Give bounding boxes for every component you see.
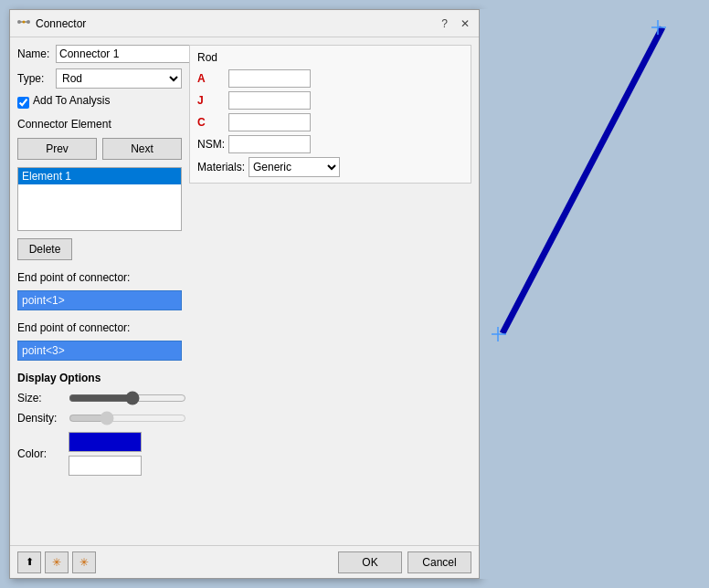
footer-right: OK Cancel [338, 551, 471, 573]
density-label: Density: [17, 412, 63, 425]
footer-icon3[interactable]: ✳ [72, 551, 96, 573]
rod-a-row: A [197, 69, 463, 88]
rod-j-label: J [197, 94, 225, 107]
rod-title: Rod [197, 51, 463, 64]
name-label: Name: [17, 47, 52, 60]
add-to-analysis-label: Add To Analysis [33, 94, 111, 107]
cancel-button[interactable]: Cancel [407, 551, 471, 573]
rod-c-input[interactable] [228, 113, 311, 131]
connector-element-label: Connector Element [17, 118, 182, 131]
rod-nsm-input[interactable] [228, 135, 311, 153]
rod-c-label: C [197, 116, 225, 129]
connector-line [503, 27, 662, 333]
color-swatch-blue[interactable] [69, 432, 142, 452]
rod-j-input[interactable] [228, 91, 311, 110]
materials-select[interactable]: Generic Steel Aluminum [249, 157, 340, 177]
rod-a-label: A [197, 72, 225, 85]
color-label: Color: [17, 447, 63, 460]
density-slider[interactable] [69, 412, 186, 425]
materials-row: Materials: Generic Steel Aluminum [197, 157, 463, 177]
canvas-svg [480, 9, 700, 579]
materials-label: Materials: [197, 161, 245, 173]
size-label: Size: [17, 392, 63, 404]
footer-left: ⬆ ✳ ✳ [17, 551, 96, 573]
rod-nsm-row: NSM: [197, 135, 463, 153]
type-row: Type: Rod Beam Spring [17, 68, 182, 89]
footer-icon1[interactable]: ⬆ [17, 551, 41, 573]
close-button[interactable]: ✕ [459, 17, 471, 30]
dialog-footer: ⬆ ✳ ✳ OK Cancel [10, 545, 479, 578]
left-panel: Name: Type: Rod Beam Spring Add To Analy… [17, 45, 182, 538]
name-input[interactable] [56, 45, 200, 63]
dialog-body: Name: Type: Rod Beam Spring Add To Analy… [10, 37, 479, 545]
rod-nsm-label: NSM: [197, 138, 225, 151]
density-row: Density: [17, 412, 182, 425]
type-label: Type: [17, 72, 52, 85]
endpoint2-input[interactable] [17, 341, 182, 361]
size-slider[interactable] [69, 392, 186, 404]
connector-icon [17, 16, 30, 31]
type-select[interactable]: Rod Beam Spring [56, 68, 182, 89]
color-swatch-white[interactable] [69, 456, 142, 476]
rod-a-input[interactable] [228, 69, 311, 88]
delete-button[interactable]: Delete [17, 238, 72, 260]
canvas-area [480, 9, 700, 579]
name-row: Name: [17, 45, 182, 63]
element-list[interactable]: Element 1 [17, 167, 182, 231]
title-bar: Connector ? ✕ [10, 10, 479, 37]
endpoint1-input[interactable] [17, 290, 182, 310]
list-item[interactable]: Element 1 [18, 168, 181, 184]
prev-button[interactable]: Prev [17, 138, 97, 160]
svg-point-3 [23, 21, 26, 24]
color-row: Color: [17, 432, 182, 476]
ok-button[interactable]: OK [338, 551, 402, 573]
dialog-title: Connector [36, 17, 86, 30]
title-bar-right: ? ✕ [439, 17, 471, 30]
help-button[interactable]: ? [439, 17, 450, 30]
size-row: Size: [17, 392, 182, 404]
add-to-analysis-row: Add To Analysis [17, 94, 182, 110]
rod-j-row: J [197, 91, 463, 110]
right-panel: Rod A J C NSM: [189, 45, 471, 538]
rod-c-row: C [197, 113, 463, 131]
title-bar-left: Connector [17, 16, 86, 31]
prev-next-row: Prev Next [17, 138, 182, 160]
endpoint2-label: End point of connector: [17, 321, 182, 334]
rod-section: Rod A J C NSM: [189, 45, 471, 184]
add-to-analysis-checkbox[interactable] [17, 97, 29, 109]
footer-icon2[interactable]: ✳ [45, 551, 69, 573]
connector-dialog: Connector ? ✕ Name: Type: Rod Beam Sprin… [9, 9, 480, 579]
next-button[interactable]: Next [102, 138, 182, 160]
display-options-label: Display Options [17, 372, 182, 384]
endpoint1-label: End point of connector: [17, 271, 182, 284]
